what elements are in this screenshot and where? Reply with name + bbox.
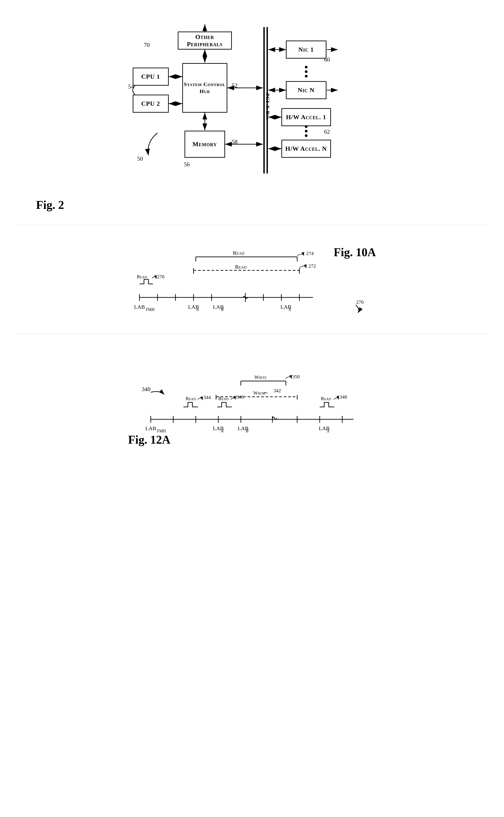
svg-text:FMH: FMH (157, 429, 166, 433)
label-56: 56 (184, 161, 190, 168)
label-50: 50 (137, 155, 143, 162)
svg-point-16 (305, 66, 308, 68)
svg-point-18 (305, 75, 308, 78)
fig10a-diagram: Fig. 10A LAB FMH LAB (128, 239, 376, 324)
svg-text:276: 276 (157, 274, 164, 279)
svg-text:274: 274 (306, 251, 314, 256)
svg-text:Write: Write (254, 374, 267, 380)
svg-text:350: 350 (292, 374, 300, 379)
fig2-diagram: Other Peripherals System Control Hub CPU… (128, 23, 376, 192)
svg-text:B: B (246, 429, 248, 433)
box-cpu2: CPU 2 (133, 95, 169, 113)
svg-text:A: A (221, 429, 224, 433)
pci-bus-label: PCI-X Bus (265, 93, 271, 120)
svg-text:270: 270 (356, 300, 364, 305)
svg-text:348: 348 (340, 394, 347, 400)
svg-text:342: 342 (274, 388, 281, 393)
box-nicn: Nic N (286, 81, 326, 99)
svg-text:LAB: LAB (145, 425, 156, 431)
svg-text:272: 272 (308, 263, 316, 269)
svg-text:344: 344 (203, 395, 211, 400)
svg-text:FMH: FMH (146, 307, 155, 312)
fig2-caption-container: Fig. 2 (36, 196, 486, 212)
svg-text:Read: Read (321, 396, 331, 401)
svg-text:X: X (327, 429, 330, 433)
label-58: 58 (232, 139, 238, 145)
svg-text:A: A (196, 307, 199, 312)
svg-point-21 (305, 134, 308, 137)
label-62: 62 (324, 128, 330, 135)
box-other-peripherals: Other Peripherals (178, 32, 232, 50)
label-60: 60 (324, 56, 330, 63)
svg-text:B: B (221, 307, 223, 312)
svg-text:Read: Read (137, 274, 147, 279)
fig10a-title: Fig. 10A (334, 246, 376, 259)
fig10a-svg: LAB FMH LAB A LAB B LAB X Read 274 Read … (128, 239, 331, 324)
divider2 (18, 333, 486, 334)
svg-text:LAB: LAB (134, 304, 145, 310)
page: Other Peripherals System Control Hub CPU… (0, 0, 504, 817)
fig12a-diagram: Fig. 12A 340 (128, 347, 376, 451)
box-cpu1: CPU 1 (133, 68, 169, 86)
label-54: 54 (128, 83, 134, 90)
box-nic1: Nic 1 (286, 41, 326, 59)
fig12a-svg: 340 LAB FMH LAB A LAB B LAB X (128, 347, 376, 451)
svg-point-17 (305, 70, 308, 73)
svg-point-20 (305, 130, 308, 132)
svg-text:Read: Read (186, 396, 196, 401)
svg-text:340: 340 (142, 386, 151, 393)
svg-text:Write: Write (253, 390, 265, 396)
divider1 (18, 225, 486, 225)
box-hw-acceln: H/W Accel. N (281, 140, 331, 158)
label-52: 52 (232, 82, 238, 89)
svg-text:Read: Read (233, 250, 244, 256)
box-hw-accel1: H/W Accel. 1 (281, 108, 331, 126)
label-70: 70 (144, 42, 150, 48)
fig2-caption: Fig. 2 (36, 198, 64, 212)
label-270: 270 (342, 300, 365, 315)
svg-text:X: X (288, 307, 291, 312)
svg-text:Read: Read (235, 264, 246, 270)
box-memory: Memory (185, 131, 225, 158)
pci-bus-line1 (263, 27, 265, 173)
box-system-control-hub: System Control Hub (182, 63, 227, 113)
